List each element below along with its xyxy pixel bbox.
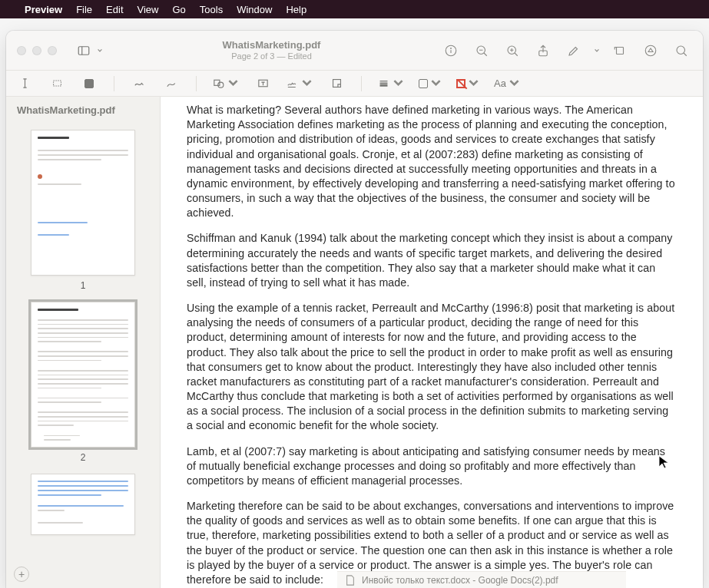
svg-point-19 (218, 82, 224, 88)
zoom-window-button[interactable] (48, 46, 57, 55)
draw-tool[interactable] (161, 74, 182, 93)
svg-rect-0 (78, 46, 89, 55)
app-name-menu[interactable]: Preview (25, 4, 62, 15)
sidebar-doc-title: WhatisMarketing.pdf (6, 97, 160, 124)
rotate-button[interactable] (609, 40, 631, 61)
chevron-down-icon (97, 48, 103, 54)
share-icon (536, 44, 550, 58)
font-icon: Aa (494, 78, 506, 89)
text-box-icon (257, 77, 270, 90)
rotate-icon (613, 44, 627, 58)
text-style-tool[interactable]: Aa (492, 74, 522, 93)
draw-icon (165, 77, 178, 90)
sketch-tool[interactable] (128, 74, 150, 93)
markup-icon (644, 44, 658, 58)
thumb-number: 1 (81, 280, 86, 291)
thumbnail-3[interactable] (6, 474, 160, 535)
sign-tool[interactable] (284, 74, 315, 93)
border-style-tool[interactable] (376, 74, 406, 93)
add-page-button[interactable]: + (14, 567, 29, 582)
chevron-down-icon[interactable] (594, 48, 600, 54)
redact-tool[interactable] (78, 74, 100, 93)
sidebar-icon (77, 44, 91, 58)
preview-window: WhatisMarketing.pdf Page 2 of 3 — Edited (6, 31, 703, 588)
shapes-tool[interactable] (210, 74, 241, 93)
text-tool[interactable] (252, 74, 273, 93)
share-button[interactable] (532, 40, 554, 61)
menu-go[interactable]: Go (172, 4, 185, 15)
fill-color-tool[interactable] (455, 74, 482, 93)
menu-view[interactable]: View (137, 4, 159, 15)
thumbnail-1[interactable]: 1 (6, 130, 160, 291)
search-button[interactable] (671, 40, 692, 61)
thumbnail-sidebar: WhatisMarketing.pdf 1 (6, 97, 161, 588)
lines-icon (377, 77, 390, 90)
text-selection-tool[interactable] (14, 74, 35, 93)
zoom-in-icon (505, 44, 519, 58)
thumb-number: 2 (81, 452, 86, 463)
zoom-out-icon (475, 44, 489, 58)
zoom-out-button[interactable] (471, 40, 492, 61)
no-fill-swatch (456, 79, 465, 88)
svg-rect-17 (53, 81, 61, 86)
shapes-icon (212, 77, 225, 90)
svg-rect-21 (333, 80, 340, 88)
document-content[interactable]: What is marketing? Several authors have … (161, 97, 703, 588)
svg-point-15 (677, 46, 685, 55)
window-controls (17, 46, 57, 55)
svg-point-14 (645, 45, 656, 56)
note-tool[interactable] (326, 74, 347, 93)
thumbnail-2[interactable]: 2 (6, 302, 160, 463)
menu-file[interactable]: File (76, 4, 92, 15)
chevron-down-icon (467, 77, 480, 90)
minimize-window-button[interactable] (32, 46, 41, 55)
text-cursor-icon (18, 77, 31, 90)
info-button[interactable] (440, 40, 462, 61)
paragraph: Schiffman and Kanuk (1994) talk about th… (187, 231, 677, 290)
macos-menubar: Preview File Edit View Go Tools Window H… (0, 0, 709, 18)
titlebar: WhatisMarketing.pdf Page 2 of 3 — Edited (6, 31, 703, 71)
paragraph: Using the example of a tennis racket, Pe… (187, 301, 677, 434)
highlight-button[interactable] (563, 40, 585, 61)
sketch-icon (133, 77, 146, 90)
chevron-down-icon (508, 77, 521, 90)
note-icon (330, 77, 343, 90)
signature-icon (286, 77, 299, 90)
rect-selection-tool[interactable] (46, 74, 68, 93)
chevron-down-icon (392, 77, 405, 90)
sidebar-view-button[interactable] (72, 39, 103, 62)
paragraph: What is marketing? Several authors have … (187, 103, 677, 220)
markup-toolbar: Aa (6, 71, 703, 97)
chevron-down-icon (300, 77, 313, 90)
svg-line-9 (515, 53, 518, 56)
menu-tools[interactable]: Tools (200, 4, 223, 15)
document-icon (345, 575, 356, 586)
border-color-swatch (419, 79, 428, 88)
document-title: WhatisMarketing.pdf (223, 39, 321, 51)
svg-rect-13 (617, 47, 624, 54)
border-color-tool[interactable] (417, 74, 444, 93)
menu-help[interactable]: Help (286, 4, 306, 15)
zoom-in-button[interactable] (502, 40, 523, 61)
highlight-icon (567, 44, 581, 58)
chevron-down-icon (429, 77, 442, 90)
paragraph: Lamb, et al (2007:7) say marketing is ab… (187, 444, 677, 489)
dock-hint-text: Инвойс только текст.docx - Google Docs(2… (362, 575, 558, 586)
close-window-button[interactable] (17, 46, 26, 55)
rect-select-icon (51, 77, 64, 90)
svg-point-4 (451, 48, 452, 48)
chevron-down-icon (227, 77, 240, 90)
info-icon (444, 44, 458, 58)
dock-preview-hint: Инвойс только текст.docx - Google Docs(2… (337, 571, 626, 588)
redact-icon (84, 79, 94, 88)
svg-line-16 (684, 53, 687, 56)
menu-window[interactable]: Window (237, 4, 272, 15)
search-icon (674, 44, 688, 58)
document-subtitle: Page 2 of 3 — Edited (231, 51, 312, 61)
menu-edit[interactable]: Edit (106, 4, 123, 15)
svg-line-6 (484, 53, 487, 56)
markup-button[interactable] (640, 40, 661, 61)
